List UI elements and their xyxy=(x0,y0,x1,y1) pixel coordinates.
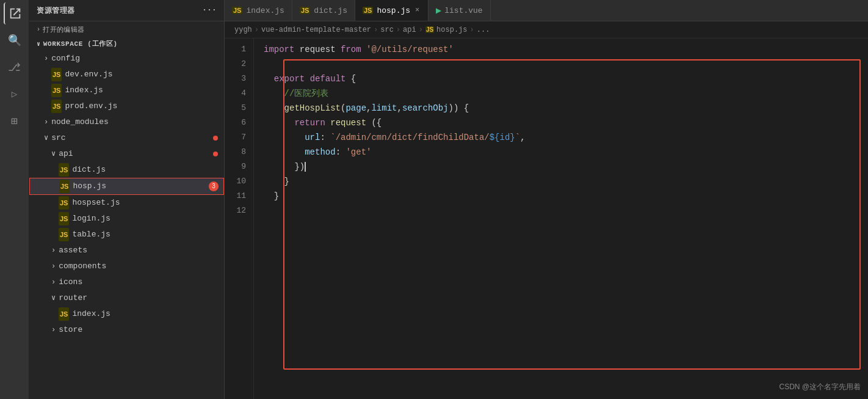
code-line-12 xyxy=(264,203,858,218)
workspace-label: WORKSPACE (工作区) xyxy=(43,39,118,48)
file-dev-env[interactable]: JS dev.env.js xyxy=(29,67,224,82)
code-line-9: }) xyxy=(264,159,858,174)
breadcrumb-sep4: › xyxy=(419,26,423,34)
folder-assets[interactable]: › assets xyxy=(29,243,224,258)
extensions-icon[interactable]: ⊞ xyxy=(4,110,26,132)
main-content: JS index.js JS dict.js JS hosp.js × ▶ li… xyxy=(225,0,868,399)
sidebar: 资源管理器 ··· › 打开的编辑器 ∨ WORKSPACE (工作区) › c… xyxy=(29,0,225,399)
breadcrumb-sep5: › xyxy=(470,26,474,34)
breadcrumb-file: hosp.js xyxy=(436,26,467,34)
breadcrumb-more: ... xyxy=(477,26,490,34)
js-icon: JS xyxy=(59,163,69,177)
tab-dict[interactable]: JS dict.js xyxy=(292,0,355,21)
open-editors-section[interactable]: › 打开的编辑器 xyxy=(29,21,224,37)
folder-node-modules[interactable]: › node_modules xyxy=(29,114,224,130)
debug-icon[interactable]: ▷ xyxy=(4,83,26,105)
vue-icon: ▶ xyxy=(436,7,441,15)
folder-icon: › xyxy=(44,52,48,65)
file-login-label: login.js xyxy=(72,212,110,225)
folder-icon: › xyxy=(51,244,56,257)
activity-bar: 🔍 ⎇ ▷ ⊞ xyxy=(0,0,29,399)
tab-bar: JS index.js JS dict.js JS hosp.js × ▶ li… xyxy=(225,0,868,21)
js-icon: JS xyxy=(59,212,69,225)
code-line-5: getHospList(page,limit,searchObj)) { xyxy=(264,101,858,115)
code-line-1: import request from '@/utils/request' xyxy=(264,42,858,57)
js-icon: JS xyxy=(232,7,242,14)
folder-components[interactable]: › components xyxy=(29,258,224,274)
file-dev-env-label: dev.env.js xyxy=(65,68,112,81)
file-hospset[interactable]: JS hospset.js xyxy=(29,195,224,211)
tab-hosp-close[interactable]: × xyxy=(414,5,421,15)
js-icon: JS xyxy=(59,228,69,241)
code-editor[interactable]: import request from '@/utils/request' ex… xyxy=(254,38,868,399)
tab-list-label: list.vue xyxy=(444,6,482,15)
js-icon: JS xyxy=(51,100,62,113)
sidebar-header: 资源管理器 ··· xyxy=(29,0,224,21)
tab-hosp-label: hosp.js xyxy=(377,6,410,15)
folder-icon: › xyxy=(51,323,56,337)
js-icon: JS xyxy=(59,307,69,321)
breadcrumb-yygh: yygh xyxy=(234,26,252,34)
file-tree: › 打开的编辑器 ∨ WORKSPACE (工作区) › config JS d… xyxy=(29,21,224,399)
folder-icon: ∨ xyxy=(51,147,56,161)
js-icon: JS xyxy=(59,180,70,193)
folder-icon: › xyxy=(44,115,48,129)
sidebar-title: 资源管理器 xyxy=(37,5,75,16)
file-prod-env[interactable]: JS prod.env.js xyxy=(29,98,224,114)
file-dict[interactable]: JS dict.js xyxy=(29,162,224,178)
sidebar-header-icons: ··· xyxy=(203,6,217,15)
src-error-dot xyxy=(213,136,218,141)
open-editors-label: 打开的编辑器 xyxy=(43,25,84,34)
folder-config-label: config xyxy=(51,52,80,65)
folder-api[interactable]: ∨ api xyxy=(29,146,224,162)
file-router-index[interactable]: JS index.js xyxy=(29,306,224,322)
git-icon[interactable]: ⎇ xyxy=(4,56,26,78)
breadcrumb-sep3: › xyxy=(396,26,400,34)
breadcrumb: yygh › vue-admin-template-master › src ›… xyxy=(225,21,868,38)
breadcrumb-sep2: › xyxy=(374,26,378,34)
folder-icon: › xyxy=(51,260,56,273)
folder-router-label: router xyxy=(59,291,87,305)
file-dict-label: dict.js xyxy=(72,163,106,177)
tab-index-label: index.js xyxy=(246,6,284,15)
file-hosp-label: hosp.js xyxy=(73,180,106,193)
folder-store[interactable]: › store xyxy=(29,322,224,338)
tab-hosp[interactable]: JS hosp.js × xyxy=(355,0,429,21)
breadcrumb-project: vue-admin-template-master xyxy=(261,26,371,34)
search-icon[interactable]: 🔍 xyxy=(4,29,26,51)
hosp-error-badge: 3 xyxy=(209,181,219,191)
folder-src[interactable]: ∨ src xyxy=(29,130,224,146)
code-area[interactable]: 1 2 3 4 5 6 7 8 9 10 11 12 import reques… xyxy=(225,38,868,399)
code-line-11: } xyxy=(264,189,858,203)
code-line-3: export default { xyxy=(264,71,858,86)
file-table[interactable]: JS table.js xyxy=(29,227,224,243)
breadcrumb-sep1: › xyxy=(255,26,259,34)
tab-index[interactable]: JS index.js xyxy=(225,0,292,21)
file-table-label: table.js xyxy=(72,228,110,241)
folder-src-label: src xyxy=(51,131,65,145)
more-icon[interactable]: ··· xyxy=(203,6,217,15)
folder-icon: ∨ xyxy=(51,291,56,305)
explorer-icon[interactable] xyxy=(4,2,26,24)
code-line-2 xyxy=(264,57,858,71)
tab-dict-label: dict.js xyxy=(314,6,347,15)
workspace-section[interactable]: ∨ WORKSPACE (工作区) xyxy=(29,37,224,51)
file-login[interactable]: JS login.js xyxy=(29,211,224,227)
js-icon: JS xyxy=(300,7,310,14)
folder-node-modules-label: node_modules xyxy=(51,115,109,129)
folder-config[interactable]: › config xyxy=(29,51,224,67)
code-line-10: } xyxy=(264,174,858,189)
file-hosp[interactable]: JS hosp.js 3 xyxy=(29,178,224,195)
file-index-config-label: index.js xyxy=(65,84,103,97)
tab-list[interactable]: ▶ list.vue xyxy=(429,0,490,21)
folder-router[interactable]: ∨ router xyxy=(29,290,224,306)
folder-icon: ∨ xyxy=(44,131,48,145)
open-editors-chevron: › xyxy=(37,26,40,33)
file-router-index-label: index.js xyxy=(72,307,110,321)
folder-icon: › xyxy=(51,276,56,289)
folder-assets-label: assets xyxy=(59,244,87,257)
file-index-config[interactable]: JS index.js xyxy=(29,82,224,98)
code-line-4: //医院列表 xyxy=(264,86,858,101)
code-line-6: return request ({ xyxy=(264,115,858,130)
folder-icons[interactable]: › icons xyxy=(29,274,224,290)
